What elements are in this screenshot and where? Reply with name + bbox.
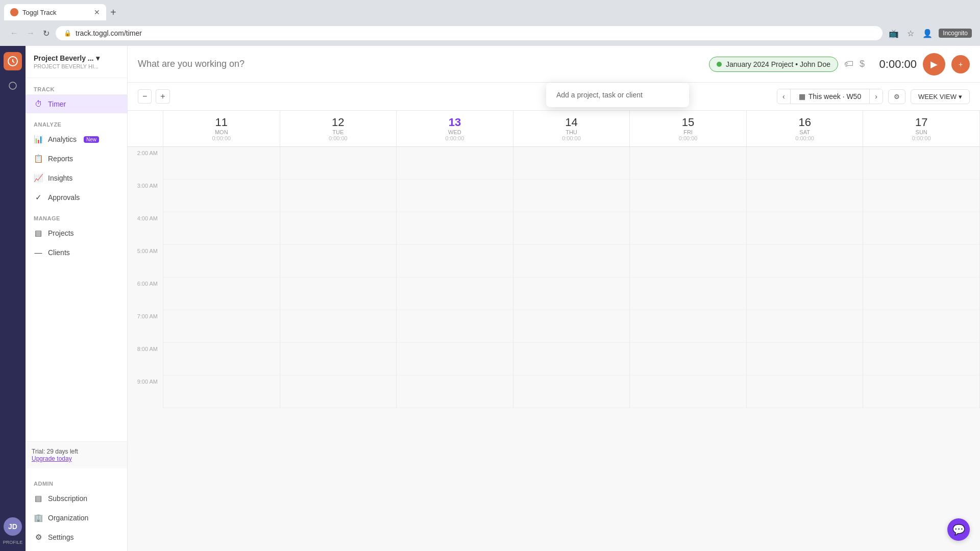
cal-day-thu: 14 THU 0:00:00 (513, 111, 630, 146)
calendar-cell[interactable] (280, 310, 397, 343)
calendar-cell[interactable] (863, 245, 980, 278)
timer-rail-icon[interactable] (4, 77, 22, 95)
calendar-settings-button[interactable]: ⚙ (888, 89, 905, 104)
calendar-cell[interactable] (397, 147, 513, 180)
play-button[interactable]: ▶ (923, 53, 945, 76)
toggl-logo-icon[interactable] (4, 52, 22, 70)
calendar-cell[interactable] (163, 245, 280, 278)
calendar-cell[interactable] (163, 310, 280, 343)
calendar-cell[interactable] (747, 278, 864, 310)
calendar-cell[interactable] (863, 343, 980, 375)
new-tab-button[interactable]: + (106, 7, 120, 18)
calendar-cell[interactable] (163, 147, 280, 180)
calendar-cell[interactable] (163, 278, 280, 310)
calendar-cell[interactable] (397, 375, 513, 408)
calendar-cell[interactable] (163, 375, 280, 408)
calendar-cell[interactable] (747, 245, 864, 278)
time-label: 3:00 AM (128, 180, 163, 212)
calendar-cell[interactable] (397, 343, 513, 375)
calendar-cell[interactable] (513, 310, 630, 343)
calendar-cell[interactable] (513, 343, 630, 375)
calendar-cell[interactable] (513, 147, 630, 180)
sidebar-item-organization[interactable]: 🏢 Organization (26, 508, 127, 528)
calendar-cell[interactable] (863, 147, 980, 180)
day-number-sun: 17 (869, 116, 973, 129)
calendar-cell[interactable] (280, 180, 397, 212)
calendar-cell[interactable] (630, 375, 747, 408)
cast-button[interactable]: 📺 (887, 27, 901, 40)
sidebar-item-subscription[interactable]: ▤ Subscription (26, 489, 127, 508)
calendar-cell[interactable] (513, 375, 630, 408)
calendar-cell[interactable] (630, 310, 747, 343)
next-week-button[interactable]: › (870, 89, 883, 104)
timer-icon: ⏱ (34, 99, 43, 108)
calendar-cell[interactable] (397, 278, 513, 310)
zoom-in-button[interactable]: + (156, 89, 169, 104)
calendar-cell[interactable] (163, 212, 280, 245)
calendar-cell[interactable] (397, 212, 513, 245)
sidebar-item-approvals[interactable]: ✓ Approvals (26, 188, 127, 207)
sidebar-item-analytics[interactable]: 📊 Analytics New (26, 130, 127, 149)
calendar-cell[interactable] (163, 343, 280, 375)
insights-label: Insights (48, 174, 72, 182)
calendar-cell[interactable] (397, 180, 513, 212)
calendar-cell[interactable] (280, 375, 397, 408)
calendar-cell[interactable] (630, 278, 747, 310)
calendar-cell[interactable] (747, 180, 864, 212)
calendar-cell[interactable] (280, 343, 397, 375)
calendar-cell[interactable] (280, 147, 397, 180)
calendar-cell[interactable] (747, 212, 864, 245)
browser-tab[interactable]: Toggl Track ✕ (4, 4, 106, 20)
calendar-cell[interactable] (747, 343, 864, 375)
calendar-cell[interactable] (863, 310, 980, 343)
calendar-cell[interactable] (280, 245, 397, 278)
timer-input[interactable] (138, 59, 703, 69)
upgrade-link[interactable]: Upgrade today (32, 455, 72, 462)
address-bar[interactable]: 🔒 track.toggl.com/timer (56, 26, 883, 40)
sidebar-item-reports[interactable]: 📋 Reports (26, 149, 127, 168)
calendar-cell[interactable] (747, 375, 864, 408)
tab-close-button[interactable]: ✕ (94, 8, 100, 16)
calendar-cell[interactable] (397, 245, 513, 278)
calendar-cell[interactable] (513, 278, 630, 310)
calendar-cell[interactable] (397, 310, 513, 343)
sidebar-item-projects[interactable]: ▤ Projects (26, 223, 127, 243)
calendar-cell[interactable] (630, 212, 747, 245)
calendar-cell[interactable] (863, 278, 980, 310)
calendar-cell[interactable] (630, 147, 747, 180)
calendar-cell[interactable] (863, 212, 980, 245)
tag-button[interactable]: 🏷 (844, 59, 853, 69)
calendar-cell[interactable] (280, 278, 397, 310)
prev-week-button[interactable]: ‹ (777, 89, 790, 104)
reload-button[interactable]: ↻ (41, 27, 52, 40)
dropdown-hint-text: Add a project, task or client (556, 91, 679, 99)
calendar-cell[interactable] (630, 343, 747, 375)
calendar-cell[interactable] (513, 180, 630, 212)
calendar-cell[interactable] (747, 147, 864, 180)
project-selector[interactable]: Project Beverly ... ▾ (34, 54, 119, 62)
zoom-out-button[interactable]: − (138, 89, 152, 104)
user-avatar[interactable]: JD (4, 517, 22, 536)
manual-mode-button[interactable]: + (951, 55, 970, 73)
billable-button[interactable]: $ (860, 59, 865, 69)
bookmark-button[interactable]: ☆ (905, 27, 916, 40)
sidebar-item-timer[interactable]: ⏱ Timer (26, 94, 127, 113)
week-view-button[interactable]: WEEK VIEW ▾ (911, 89, 970, 104)
calendar-cell[interactable] (747, 310, 864, 343)
calendar-cell[interactable] (630, 180, 747, 212)
sidebar-item-clients[interactable]: — Clients (26, 243, 127, 262)
sidebar-item-insights[interactable]: 📈 Insights (26, 168, 127, 188)
profile-button[interactable]: 👤 (920, 27, 935, 40)
sidebar-item-settings[interactable]: ⚙ Settings (26, 528, 127, 547)
chat-support-button[interactable]: 💬 (947, 518, 970, 541)
calendar-cell[interactable] (863, 180, 980, 212)
forward-button[interactable]: → (24, 27, 37, 40)
calendar-cell[interactable] (630, 245, 747, 278)
calendar-cell[interactable] (513, 212, 630, 245)
project-tag[interactable]: January 2024 Project • John Doe (709, 57, 838, 72)
calendar-cell[interactable] (163, 180, 280, 212)
calendar-cell[interactable] (513, 245, 630, 278)
calendar-cell[interactable] (280, 212, 397, 245)
calendar-cell[interactable] (863, 375, 980, 408)
back-button[interactable]: ← (8, 27, 20, 40)
